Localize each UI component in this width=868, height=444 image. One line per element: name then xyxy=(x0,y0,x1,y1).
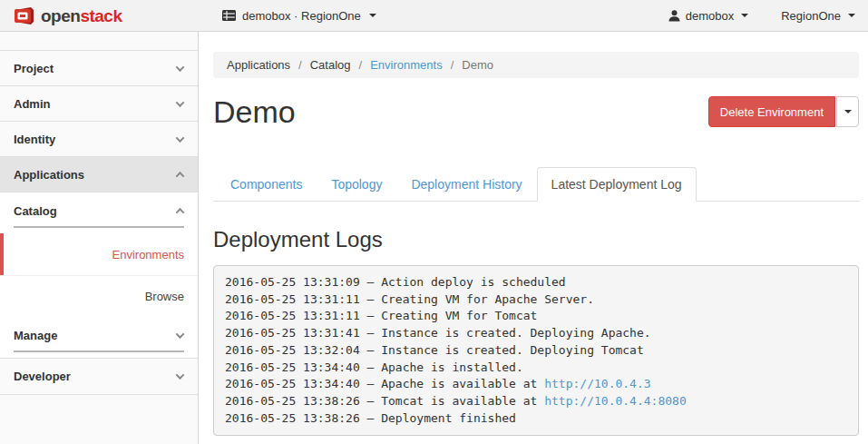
sidebar-item-label: Manage xyxy=(14,329,57,342)
caret-down-icon xyxy=(844,110,852,113)
sidebar-item-label: Catalog xyxy=(14,204,57,218)
user-menu-label: demobox xyxy=(686,9,734,23)
sidebar-group-divider xyxy=(14,350,184,352)
chevron-down-icon xyxy=(176,63,185,72)
breadcrumb-item-environments[interactable]: Environments xyxy=(370,58,442,72)
caret-down-icon xyxy=(848,14,855,17)
breadcrumb-item-demo: Demo xyxy=(462,58,493,72)
log-line: 2016-05-25 13:31:09 — Action deploy is s… xyxy=(225,274,847,291)
log-line: 2016-05-25 13:34:40 — Apache is availabl… xyxy=(225,376,847,393)
log-line: 2016-05-25 13:31:41 — Instance is create… xyxy=(225,325,847,342)
tab-latest-deployment-log[interactable]: Latest Deployment Log xyxy=(537,167,697,202)
log-line: 2016-05-25 13:38:26 — Deployment finishe… xyxy=(225,410,847,428)
sidebar-item-environments[interactable]: Environments xyxy=(0,233,198,275)
sidebar-item-label: Project xyxy=(14,62,54,75)
page-title: Demo xyxy=(213,94,296,130)
page-header: Demo Delete Environment xyxy=(213,94,859,130)
openstack-wordmark: openstack xyxy=(41,7,122,25)
breadcrumb-item-applications: Applications xyxy=(227,58,290,72)
sidebar-item-label: Environments xyxy=(112,248,184,261)
user-menu[interactable]: demobox xyxy=(665,9,752,23)
breadcrumb-item-catalog: Catalog xyxy=(310,58,351,72)
log-line: 2016-05-25 13:31:11 — Creating VM for To… xyxy=(225,308,847,325)
sidebar-item-admin[interactable]: Admin xyxy=(0,86,198,122)
topbar-right-menus: demobox RegionOne xyxy=(665,0,859,31)
sidebar-item-label: Admin xyxy=(14,97,50,111)
breadcrumb-separator: / xyxy=(451,58,454,72)
sidebar-item-label: Browse xyxy=(145,290,184,303)
user-icon xyxy=(668,10,680,22)
deployment-log-box: 2016-05-25 13:31:09 — Action deploy is s… xyxy=(213,265,859,436)
log-line: 2016-05-25 13:31:11 — Creating VM for Ap… xyxy=(225,291,847,309)
deployment-logs-heading: Deployment Logs xyxy=(213,227,859,252)
chevron-up-icon xyxy=(176,171,185,180)
sidebar-item-project[interactable]: Project xyxy=(0,51,198,86)
region-menu[interactable]: RegionOne xyxy=(777,9,859,23)
log-url-link[interactable]: http://10.0.4.3 xyxy=(544,377,650,390)
region-menu-label: RegionOne xyxy=(781,9,841,23)
sidebar-item-identity[interactable]: Identity xyxy=(0,122,198,157)
sidebar-item-label: Applications xyxy=(14,168,84,182)
caret-down-icon xyxy=(369,14,376,17)
main-content: Applications / Catalog / Environments / … xyxy=(200,32,868,444)
chevron-up-icon xyxy=(176,208,185,217)
sidebar-item-catalog[interactable]: Catalog xyxy=(0,192,198,233)
projects-list-icon xyxy=(222,10,236,21)
log-line: 2016-05-25 13:32:04 — Instance is create… xyxy=(225,342,847,360)
log-line: 2016-05-25 13:38:26 — Tomcat is availabl… xyxy=(225,393,847,410)
sidebar-group-divider xyxy=(14,226,184,228)
breadcrumb: Applications / Catalog / Environments / … xyxy=(213,52,859,78)
sidebar: Project Admin Identity Applications Cata… xyxy=(0,32,199,444)
sidebar-item-applications[interactable]: Applications xyxy=(0,157,198,192)
tab-components[interactable]: Components xyxy=(216,167,317,202)
sidebar-item-label: Identity xyxy=(14,133,55,146)
breadcrumb-separator: / xyxy=(298,58,302,72)
sidebar-spacer xyxy=(0,32,198,51)
log-line: 2016-05-25 13:34:40 — Apache is installe… xyxy=(225,360,847,377)
chevron-down-icon xyxy=(176,98,185,107)
delete-environment-button[interactable]: Delete Environment xyxy=(708,96,835,127)
project-region-switcher[interactable]: demobox · RegionOne xyxy=(222,0,376,31)
log-url-link[interactable]: http://10.0.4.4:8080 xyxy=(544,394,687,408)
sidebar-item-label: Developer xyxy=(14,370,71,383)
openstack-logo[interactable]: openstack xyxy=(0,5,199,26)
tab-deployment-history[interactable]: Deployment History xyxy=(396,167,536,202)
project-region-label: demobox · RegionOne xyxy=(242,9,361,23)
delete-environment-dropdown-toggle[interactable] xyxy=(836,96,859,127)
caret-down-icon xyxy=(741,14,748,17)
sidebar-item-developer[interactable]: Developer xyxy=(0,359,198,395)
breadcrumb-separator: / xyxy=(359,58,363,72)
sidebar-item-manage[interactable]: Manage xyxy=(0,317,198,359)
chevron-down-icon xyxy=(176,370,185,380)
delete-environment-button-group: Delete Environment xyxy=(708,96,859,127)
top-navbar: openstack demobox · RegionOne demobox xyxy=(0,0,868,32)
openstack-logo-icon xyxy=(12,5,35,26)
tab-topology[interactable]: Topology xyxy=(317,167,396,202)
tab-bar: Components Topology Deployment History L… xyxy=(213,167,859,202)
chevron-down-icon xyxy=(176,133,185,143)
chevron-down-icon xyxy=(176,330,185,339)
sidebar-item-browse[interactable]: Browse xyxy=(0,275,198,317)
